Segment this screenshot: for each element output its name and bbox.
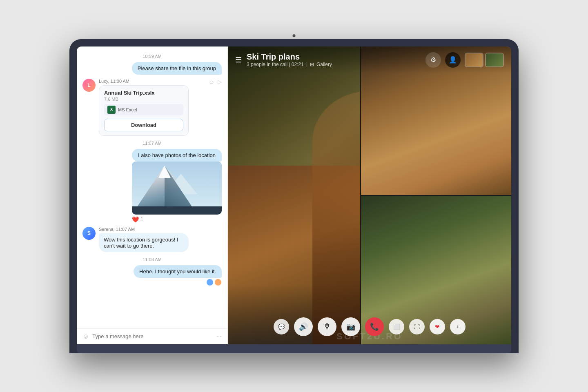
photo-placeholder — [132, 162, 222, 215]
hamburger-icon[interactable]: ☰ — [235, 55, 242, 64]
participant-thumb-1 — [465, 53, 483, 67]
bubble-sent-hehe: Hehe, I thought you would like it. — [134, 265, 222, 278]
fullscreen-button[interactable]: ⛶ — [409, 319, 425, 334]
download-button[interactable]: Download — [104, 119, 183, 131]
serena-sender-info: Serena, 11:07 AM — [99, 227, 222, 232]
gallery-label: Gallery — [316, 62, 332, 67]
timestamp-1108: 11:08 AM — [82, 257, 222, 262]
heart-button[interactable]: ❤ — [430, 319, 445, 334]
laptop-outer: 10:59 AM Please share the file in this g… — [69, 39, 519, 353]
call-header: ☰ Ski Trip plans 3 people in the call | … — [228, 47, 511, 73]
file-name: Annual Ski Trip.xslx — [104, 90, 183, 96]
call-title: Ski Trip plans — [247, 52, 421, 62]
message-group-serena: S Serena, 11:07 AM Wow this location is … — [82, 227, 222, 252]
reaction-row: ❤️ 1 — [132, 216, 222, 223]
lucy-message-content: Lucy, 11:00 AM Annual Ski Trip.xslx 7,6 … — [99, 79, 205, 136]
file-type-badge: X MS Excel — [104, 104, 183, 115]
chat-toggle-button[interactable]: 💬 — [274, 319, 289, 334]
photo-message: ❤️ 1 — [132, 162, 222, 223]
file-type-label: MS Excel — [118, 107, 137, 112]
call-panel: ☰ Ski Trip plans 3 people in the call | … — [228, 47, 511, 344]
thumb-bg-1 — [466, 53, 483, 66]
avatar-lucy: L — [82, 79, 96, 92]
laptop-base — [77, 344, 511, 353]
call-header-actions: ⚙ 👤 — [425, 52, 504, 68]
speaker-button[interactable]: 🔊 — [294, 317, 313, 336]
end-call-button[interactable]: 📞 — [365, 317, 384, 336]
react-emoji-icon[interactable]: ☺ — [209, 79, 214, 85]
timestamp-1059: 10:59 AM — [82, 54, 222, 59]
call-title-group: Ski Trip plans 3 people in the call | 02… — [247, 52, 421, 67]
seen-avatar-2 — [214, 279, 222, 286]
screen-share-button[interactable]: ⬜ — [389, 319, 404, 334]
timestamp-1107: 11:07 AM — [82, 141, 222, 146]
excel-icon: X — [107, 106, 116, 114]
call-info-text: 3 people in the call | 02:21 — [247, 62, 304, 67]
participant-thumbnails — [465, 53, 504, 67]
file-size: 7,6 MB — [104, 97, 183, 102]
serena-bubble: Wow this location is gorgeous! I can't w… — [99, 233, 189, 252]
webcam-dot — [293, 34, 296, 37]
seen-avatar-1 — [206, 279, 214, 286]
camera-button[interactable]: 📷 — [341, 317, 360, 336]
seen-avatars — [206, 279, 222, 286]
sent-photo-wrapper: I also have photos of the location — [132, 149, 222, 223]
last-message-wrapper: Hehe, I thought you would like it. — [134, 265, 222, 286]
settings-button[interactable]: ⚙ — [425, 52, 441, 68]
chat-input[interactable] — [92, 333, 213, 339]
chat-panel: 10:59 AM Please share the file in this g… — [77, 47, 228, 344]
serena-message-content: Serena, 11:07 AM Wow this location is go… — [99, 227, 222, 252]
avatar-serena: S — [82, 227, 96, 240]
file-card: Annual Ski Trip.xslx 7,6 MB X MS Excel D… — [99, 85, 189, 136]
gallery-separator: | — [306, 62, 307, 67]
call-controls: 💬 🔊 🎙 📷 📞 ⬜ ⛶ ❤ + — [228, 317, 511, 336]
chat-input-area: ☺ ··· — [77, 328, 227, 344]
message-group-lucy: L Lucy, 11:00 AM Annual Ski Trip.xslx 7,… — [82, 79, 222, 136]
mic-button[interactable]: 🎙 — [318, 317, 336, 336]
bubble-sent-share: Please share the file in this group — [132, 62, 222, 75]
forward-icon[interactable]: ▷ — [218, 79, 222, 85]
svg-rect-6 — [132, 206, 222, 215]
emoji-picker-icon[interactable]: ☺ — [82, 333, 89, 340]
laptop-screen: 10:59 AM Please share the file in this g… — [77, 47, 511, 344]
reaction-count: 1 — [140, 217, 143, 222]
add-person-button[interactable]: 👤 — [445, 52, 461, 68]
call-subtitle: 3 people in the call | 02:21 | ⊞ Gallery — [247, 62, 421, 67]
add-button[interactable]: + — [450, 319, 466, 334]
chat-messages: 10:59 AM Please share the file in this g… — [77, 47, 227, 328]
heart-reaction: ❤️ — [132, 216, 139, 223]
thumb-bg-2 — [486, 53, 503, 66]
gallery-icon-small: ⊞ — [310, 62, 314, 67]
lucy-sender-info: Lucy, 11:00 AM — [99, 79, 205, 84]
bubble-sent-photos: I also have photos of the location — [132, 149, 222, 162]
participant-thumb-2 — [485, 53, 504, 67]
more-options-icon[interactable]: ··· — [216, 333, 222, 340]
video-tiles — [360, 47, 511, 344]
